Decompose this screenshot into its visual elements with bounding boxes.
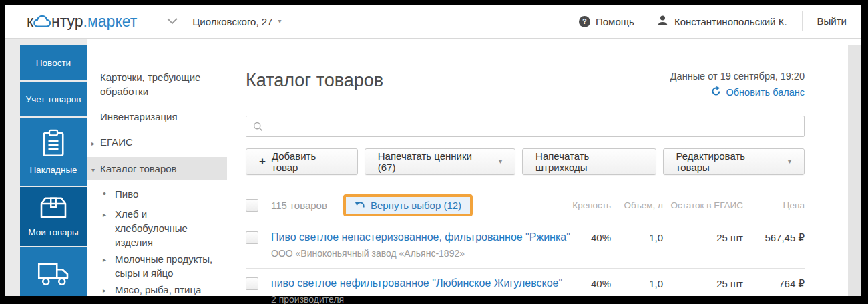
expander-right-icon: ▸ <box>103 283 106 297</box>
add-product-label: Добавить товар <box>272 150 345 173</box>
cloud-icon <box>33 14 51 32</box>
select-all-checkbox[interactable] <box>246 199 258 212</box>
column-header-strength: Крепость <box>563 200 611 210</box>
primary-sidebar: Новости Учет товаров Накладные Мои товар… <box>20 39 87 296</box>
column-header-egais-stock: Остаток в ЕГАИС <box>663 200 743 210</box>
secondary-sidebar: Карточки, требующие обработки Инвентариз… <box>87 39 227 296</box>
nav-subitem-meat[interactable]: ▸ Мясо, рыба, птица <box>87 283 227 297</box>
help-circle-icon: ? <box>579 16 590 27</box>
location-label: Циолковского, 27 <box>192 16 272 27</box>
cell-egais-stock: 25 шт <box>663 276 743 289</box>
nav-subitem-label: Хлеб и хлебобулочные изделия <box>115 208 188 248</box>
user-icon <box>657 15 668 28</box>
print-barcodes-label: Напечатать штрихкоды <box>535 150 642 173</box>
left-gutter <box>5 39 20 296</box>
refresh-balance-label: Обновить баланс <box>726 87 805 98</box>
page-body: Новости Учет товаров Накладные Мои товар… <box>5 39 861 296</box>
sidebar-item-label: Накладные <box>29 165 77 175</box>
user-menu[interactable]: Константинопольский К. <box>657 15 787 28</box>
caret-down-icon: ▾ <box>278 18 281 25</box>
cell-volume: 1,0 <box>611 230 663 243</box>
undo-icon <box>355 200 365 211</box>
product-producer: 2 производителя <box>271 293 563 304</box>
chevron-down-icon[interactable] <box>167 18 178 25</box>
cell-price: 764 ₽ <box>743 276 805 290</box>
sidebar-item-my-goods[interactable]: Мои товары <box>20 187 87 246</box>
sidebar-item-label: Мои товары <box>28 227 78 237</box>
refresh-balance-link[interactable]: Обновить баланс <box>711 86 805 98</box>
caret-down-icon: ▾ <box>499 158 502 165</box>
truck-icon <box>37 262 69 288</box>
edit-products-label: Редактировать товары <box>676 150 781 173</box>
logout-button[interactable]: Выйти <box>802 11 847 31</box>
data-timestamp: Данные от 19 сентября, 19:20 <box>670 70 805 82</box>
nav-subitem-dairy[interactable]: ▸ Молочные продукты, сыры и яйцо <box>87 252 227 280</box>
expander-down-icon: ▾ <box>91 163 95 177</box>
logo-text-dark2: нтур <box>51 13 83 31</box>
print-barcodes-button[interactable]: Напечатать штрихкоды <box>522 148 656 175</box>
table-row: пиво светлое нефильтрованное "Любинское … <box>246 269 805 304</box>
expander-right-icon: ▸ <box>91 136 95 150</box>
plus-icon: + <box>259 155 266 168</box>
product-producer: ООО «Виноконьячный завод «Альянс-1892» <box>271 247 563 259</box>
nav-item-label: Карточки, требующие обработки <box>100 71 200 97</box>
cell-strength: 40% <box>563 276 611 289</box>
edit-products-button[interactable]: Редактировать товары ▾ <box>663 148 805 175</box>
print-price-tags-label: Напечатать ценники (67) <box>378 150 491 173</box>
return-selection-button[interactable]: Вернуть выбор (12) <box>343 194 473 216</box>
location-selector[interactable]: Циолковского, 27 ▾ <box>192 16 281 27</box>
print-price-tags-button[interactable]: Напечатать ценники (67) ▾ <box>365 148 515 175</box>
logo-text-dark: к <box>27 13 33 31</box>
search-icon <box>253 122 263 134</box>
column-header-price: Цена <box>743 200 805 210</box>
page-title: Каталог товаров <box>246 70 383 90</box>
nav-item-catalog[interactable]: ▾ Каталог товаров <box>87 157 227 180</box>
refresh-icon <box>711 86 721 98</box>
add-product-button[interactable]: + Добавить товар <box>246 148 358 175</box>
top-bar-right: ? Помощь Константинопольский К. Выйти <box>579 11 847 31</box>
user-name: Константинопольский К. <box>674 16 787 27</box>
expander-right-icon: ▸ <box>103 253 106 267</box>
nav-item-label: Каталог товаров <box>100 163 177 174</box>
logo-text-blue: .маркет <box>83 13 138 31</box>
products-count: 115 товаров <box>271 200 327 211</box>
table-header: 115 товаров Вернуть выбор (12) Крепость … <box>246 194 805 222</box>
cell-price: 567,45 ₽ <box>743 230 805 244</box>
app-window: к нтур .маркет Циолковского, 27 ▾ ? Помо… <box>5 5 861 296</box>
cell-egais-stock: 25 шт <box>663 230 743 243</box>
table-row: Пиво светлое непастеризованное, фильтров… <box>246 222 805 269</box>
box-icon <box>39 196 67 221</box>
search-input[interactable] <box>246 116 805 137</box>
nav-item-label: ЕГАИС <box>100 136 133 148</box>
kontur-market-logo[interactable]: к нтур .маркет <box>27 13 137 31</box>
nav-item-egais[interactable]: ▸ ЕГАИС <box>87 135 227 149</box>
column-header-volume: Объем, л <box>611 200 663 210</box>
row-checkbox[interactable] <box>246 277 258 290</box>
product-name-link[interactable]: Пиво светлое непастеризованное, фильтров… <box>271 230 563 244</box>
product-name-link[interactable]: пиво светлое нефильтрованное "Любинское … <box>271 276 563 290</box>
bullet-icon: • <box>103 187 106 201</box>
main-content: Каталог товаров Данные от 19 сентября, 1… <box>227 39 848 296</box>
help-button[interactable]: ? Помощь <box>579 16 634 27</box>
sidebar-item-news[interactable]: Новости <box>20 45 87 80</box>
cell-strength: 40% <box>563 230 611 243</box>
sidebar-item-accounting[interactable]: Учет товаров <box>20 82 87 116</box>
caret-down-icon: ▾ <box>788 158 791 165</box>
vertical-scrollbar[interactable] <box>848 45 861 296</box>
sidebar-item-invoices[interactable]: Накладные <box>20 118 87 186</box>
nav-subitem-bread[interactable]: ▸ Хлеб и хлебобулочные изделия <box>87 207 227 249</box>
help-label: Помощь <box>596 16 634 27</box>
cell-volume: 1,0 <box>611 276 663 289</box>
sidebar-item-supplies[interactable] <box>20 247 87 296</box>
nav-item-label: Инвентаризация <box>100 111 178 122</box>
clipboard-icon <box>41 129 65 159</box>
return-selection-label: Вернуть выбор (12) <box>371 200 461 211</box>
row-checkbox[interactable] <box>246 231 258 244</box>
sidebar-item-label: Новости <box>36 58 71 68</box>
nav-subitem-label: Мясо, рыба, птица <box>115 284 201 295</box>
nav-subitem-label: Молочные продукты, сыры и яйцо <box>115 253 212 279</box>
nav-item-inventory[interactable]: Инвентаризация <box>87 110 227 124</box>
nav-subitem-beer[interactable]: • Пиво <box>87 187 227 201</box>
nav-item-cards-pending[interactable]: Карточки, требующие обработки <box>87 70 227 98</box>
sidebar-item-label: Учет товаров <box>26 94 81 104</box>
